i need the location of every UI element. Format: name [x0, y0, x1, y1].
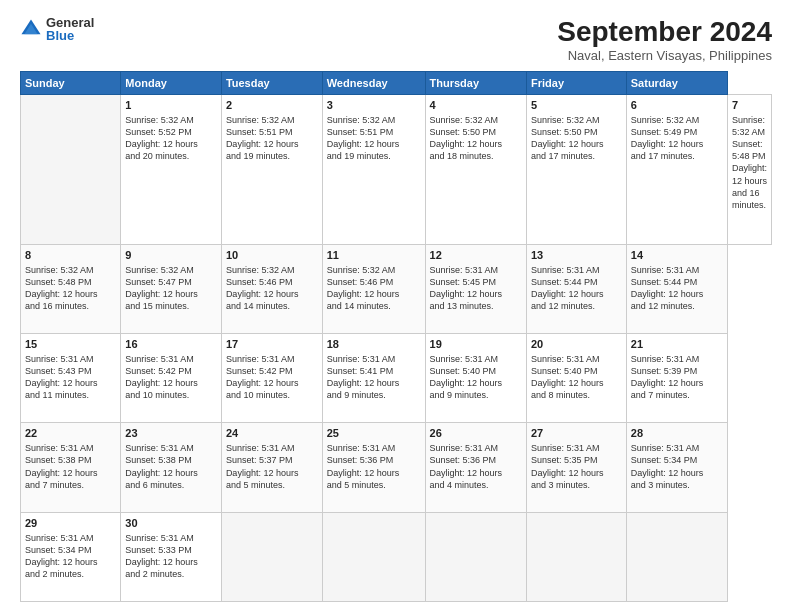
- daylight-text-2: and 3 minutes.: [531, 480, 590, 490]
- day-cell: 22Sunrise: 5:31 AMSunset: 5:38 PMDayligh…: [21, 423, 121, 512]
- sunset-text: Sunset: 5:36 PM: [327, 455, 394, 465]
- day-number: 21: [631, 337, 723, 352]
- day-cell: 3Sunrise: 5:32 AMSunset: 5:51 PMDaylight…: [322, 95, 425, 245]
- day-cell: 8Sunrise: 5:32 AMSunset: 5:48 PMDaylight…: [21, 244, 121, 333]
- daylight-text: Daylight: 12 hours: [226, 378, 299, 388]
- daylight-text-2: and 7 minutes.: [25, 480, 84, 490]
- day-cell: 7Sunrise: 5:32 AMSunset: 5:48 PMDaylight…: [727, 95, 771, 245]
- day-cell: 17Sunrise: 5:31 AMSunset: 5:42 PMDayligh…: [221, 334, 322, 423]
- daylight-text-2: and 13 minutes.: [430, 301, 494, 311]
- daylight-text: Daylight: 12 hours: [125, 468, 198, 478]
- day-cell: 23Sunrise: 5:31 AMSunset: 5:38 PMDayligh…: [121, 423, 222, 512]
- day-number: 7: [732, 98, 767, 113]
- logo: General Blue: [20, 16, 94, 42]
- sunrise-text: Sunrise: 5:31 AM: [531, 443, 600, 453]
- day-number: 28: [631, 426, 723, 441]
- daylight-text: Daylight: 12 hours: [25, 468, 98, 478]
- daylight-text: Daylight: 12 hours: [732, 163, 767, 185]
- sunset-text: Sunset: 5:38 PM: [125, 455, 192, 465]
- daylight-text-2: and 12 minutes.: [631, 301, 695, 311]
- logo-icon: [20, 18, 42, 40]
- day-cell: 27Sunrise: 5:31 AMSunset: 5:35 PMDayligh…: [527, 423, 627, 512]
- daylight-text-2: and 5 minutes.: [327, 480, 386, 490]
- daylight-text-2: and 14 minutes.: [226, 301, 290, 311]
- week-row-5: 29Sunrise: 5:31 AMSunset: 5:34 PMDayligh…: [21, 512, 772, 601]
- day-cell: [221, 512, 322, 601]
- daylight-text: Daylight: 12 hours: [631, 289, 704, 299]
- col-friday: Friday: [527, 72, 627, 95]
- day-number: 2: [226, 98, 318, 113]
- daylight-text-2: and 8 minutes.: [531, 390, 590, 400]
- day-number: 24: [226, 426, 318, 441]
- sunset-text: Sunset: 5:48 PM: [732, 139, 766, 161]
- sunrise-text: Sunrise: 5:31 AM: [125, 443, 194, 453]
- day-cell: 2Sunrise: 5:32 AMSunset: 5:51 PMDaylight…: [221, 95, 322, 245]
- daylight-text-2: and 19 minutes.: [327, 151, 391, 161]
- sunset-text: Sunset: 5:46 PM: [226, 277, 293, 287]
- day-cell: 14Sunrise: 5:31 AMSunset: 5:44 PMDayligh…: [626, 244, 727, 333]
- daylight-text: Daylight: 12 hours: [430, 378, 503, 388]
- day-number: 14: [631, 248, 723, 263]
- day-cell: 10Sunrise: 5:32 AMSunset: 5:46 PMDayligh…: [221, 244, 322, 333]
- daylight-text: Daylight: 12 hours: [25, 557, 98, 567]
- sunset-text: Sunset: 5:33 PM: [125, 545, 192, 555]
- daylight-text: Daylight: 12 hours: [226, 139, 299, 149]
- day-cell: 6Sunrise: 5:32 AMSunset: 5:49 PMDaylight…: [626, 95, 727, 245]
- daylight-text-2: and 9 minutes.: [327, 390, 386, 400]
- daylight-text-2: and 19 minutes.: [226, 151, 290, 161]
- title-section: September 2024 Naval, Eastern Visayas, P…: [557, 16, 772, 63]
- day-number: 23: [125, 426, 217, 441]
- day-cell: 18Sunrise: 5:31 AMSunset: 5:41 PMDayligh…: [322, 334, 425, 423]
- daylight-text-2: and 7 minutes.: [631, 390, 690, 400]
- sunset-text: Sunset: 5:52 PM: [125, 127, 192, 137]
- sunset-text: Sunset: 5:45 PM: [430, 277, 497, 287]
- sunrise-text: Sunrise: 5:32 AM: [327, 265, 396, 275]
- day-number: 16: [125, 337, 217, 352]
- daylight-text-2: and 16 minutes.: [25, 301, 89, 311]
- sunrise-text: Sunrise: 5:32 AM: [531, 115, 600, 125]
- daylight-text-2: and 12 minutes.: [531, 301, 595, 311]
- sunrise-text: Sunrise: 5:32 AM: [125, 115, 194, 125]
- day-number: 20: [531, 337, 622, 352]
- daylight-text-2: and 10 minutes.: [226, 390, 290, 400]
- daylight-text: Daylight: 12 hours: [631, 139, 704, 149]
- sunset-text: Sunset: 5:41 PM: [327, 366, 394, 376]
- sunset-text: Sunset: 5:40 PM: [531, 366, 598, 376]
- daylight-text: Daylight: 12 hours: [631, 378, 704, 388]
- day-cell: [322, 512, 425, 601]
- day-cell: 15Sunrise: 5:31 AMSunset: 5:43 PMDayligh…: [21, 334, 121, 423]
- sunrise-text: Sunrise: 5:31 AM: [125, 354, 194, 364]
- sunset-text: Sunset: 5:37 PM: [226, 455, 293, 465]
- header-row: Sunday Monday Tuesday Wednesday Thursday…: [21, 72, 772, 95]
- day-cell: 20Sunrise: 5:31 AMSunset: 5:40 PMDayligh…: [527, 334, 627, 423]
- sunrise-text: Sunrise: 5:31 AM: [25, 443, 94, 453]
- header: General Blue September 2024 Naval, Easte…: [20, 16, 772, 63]
- day-number: 6: [631, 98, 723, 113]
- day-number: 22: [25, 426, 116, 441]
- sunset-text: Sunset: 5:34 PM: [631, 455, 698, 465]
- week-row-4: 22Sunrise: 5:31 AMSunset: 5:38 PMDayligh…: [21, 423, 772, 512]
- sunrise-text: Sunrise: 5:31 AM: [226, 443, 295, 453]
- day-cell: 29Sunrise: 5:31 AMSunset: 5:34 PMDayligh…: [21, 512, 121, 601]
- day-number: 29: [25, 516, 116, 531]
- sunrise-text: Sunrise: 5:31 AM: [631, 265, 700, 275]
- daylight-text: Daylight: 12 hours: [327, 468, 400, 478]
- daylight-text: Daylight: 12 hours: [226, 468, 299, 478]
- day-cell: 19Sunrise: 5:31 AMSunset: 5:40 PMDayligh…: [425, 334, 526, 423]
- daylight-text-2: and 17 minutes.: [531, 151, 595, 161]
- day-cell: 13Sunrise: 5:31 AMSunset: 5:44 PMDayligh…: [527, 244, 627, 333]
- day-number: 19: [430, 337, 522, 352]
- sunrise-text: Sunrise: 5:31 AM: [125, 533, 194, 543]
- col-tuesday: Tuesday: [221, 72, 322, 95]
- sunset-text: Sunset: 5:38 PM: [25, 455, 92, 465]
- daylight-text-2: and 4 minutes.: [430, 480, 489, 490]
- sunset-text: Sunset: 5:44 PM: [531, 277, 598, 287]
- daylight-text: Daylight: 12 hours: [327, 289, 400, 299]
- location-title: Naval, Eastern Visayas, Philippines: [557, 48, 772, 63]
- day-number: 18: [327, 337, 421, 352]
- calendar-table: Sunday Monday Tuesday Wednesday Thursday…: [20, 71, 772, 602]
- col-monday: Monday: [121, 72, 222, 95]
- sunset-text: Sunset: 5:40 PM: [430, 366, 497, 376]
- daylight-text: Daylight: 12 hours: [430, 289, 503, 299]
- day-cell: 30Sunrise: 5:31 AMSunset: 5:33 PMDayligh…: [121, 512, 222, 601]
